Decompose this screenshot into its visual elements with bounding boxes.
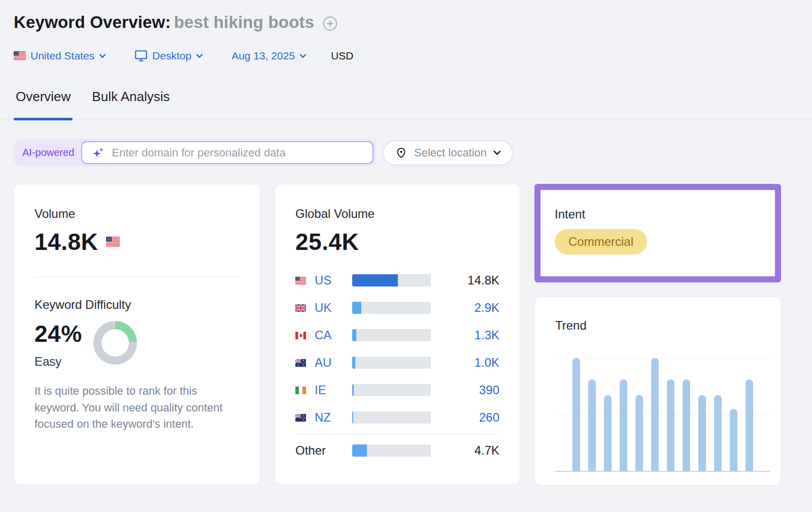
global-volume-row: NZ260 — [295, 404, 499, 431]
volume-value: 14.8K — [35, 228, 98, 255]
volume-bar-track — [352, 274, 431, 286]
uk-flag-icon — [295, 304, 306, 312]
tab-bulk-analysis[interactable]: Bulk Analysis — [90, 88, 172, 105]
select-location-label: Select location — [414, 146, 487, 159]
chevron-down-icon — [493, 150, 501, 155]
keyword-difficulty-title: Keyword Difficulty — [35, 298, 240, 312]
trend-chart — [555, 358, 770, 472]
volume-title: Volume — [35, 207, 240, 221]
add-keyword-button[interactable] — [322, 16, 338, 31]
country-code-link[interactable]: UK — [315, 301, 331, 315]
intent-title: Intent — [555, 207, 761, 221]
country-code-link[interactable]: NZ — [315, 410, 331, 425]
device-filter[interactable]: Desktop — [134, 50, 203, 62]
global-volume-row: UK2.9K — [295, 294, 499, 322]
global-volume-title: Global Volume — [295, 207, 499, 221]
domain-input[interactable] — [112, 146, 365, 159]
toolbar: AI-powered Select location — [14, 139, 797, 166]
trend-title: Trend — [555, 318, 770, 333]
page-title-label: Keyword Overview: — [14, 13, 171, 31]
us-flag-icon — [295, 277, 306, 284]
trend-bar — [714, 395, 722, 471]
country-filter-label: United States — [30, 50, 94, 62]
trend-bar — [746, 379, 753, 471]
volume-bar-fill — [352, 302, 361, 314]
keyword-overview-page: Keyword Overview:best hiking boots Unite… — [0, 0, 812, 512]
desktop-icon — [134, 50, 148, 62]
trend-bar — [635, 395, 643, 471]
difficulty-percent: 24% — [35, 320, 82, 347]
us-flag-icon — [106, 237, 120, 246]
chevron-down-icon — [299, 54, 307, 58]
sparkle-icon — [91, 146, 106, 160]
domain-input-box[interactable] — [81, 141, 374, 164]
nz-flag-icon — [295, 414, 306, 422]
country-volume-value[interactable]: 1.0K — [431, 356, 499, 370]
ai-domain-input-group: AI-powered — [14, 139, 376, 166]
volume-bar-fill — [352, 384, 354, 396]
volume-bar-track — [352, 329, 431, 341]
global-volume-row: CA1.3K — [295, 322, 499, 349]
country-code-link[interactable]: AU — [315, 356, 331, 370]
trend-card: Trend — [534, 297, 781, 486]
date-filter-label: Aug 13, 2025 — [231, 50, 295, 62]
volume-bar-fill — [352, 411, 353, 424]
country-volume-value[interactable]: 2.9K — [431, 301, 499, 315]
volume-bar-track — [352, 444, 431, 457]
country-volume-value[interactable]: 260 — [431, 410, 499, 425]
page-title-keyword: best hiking boots — [174, 13, 315, 31]
volume-bar-track — [352, 384, 431, 396]
volume-bar-fill — [352, 274, 398, 286]
country-code-link[interactable]: CA — [315, 328, 331, 342]
volume-bar-track — [352, 411, 431, 424]
trend-bars — [555, 358, 770, 471]
chevron-down-icon — [196, 54, 203, 58]
currency-label: USD — [331, 50, 353, 62]
intent-highlight-box: Intent Commercial — [534, 184, 781, 282]
global-volume-rows: US14.8KUK2.9KCA1.3KAU1.0KIE390NZ260Other… — [295, 267, 499, 464]
trend-bar — [667, 379, 674, 471]
volume-bar-fill — [352, 444, 367, 457]
volume-bar-track — [352, 357, 431, 369]
country-volume-value[interactable]: 1.3K — [431, 328, 499, 342]
divider — [35, 277, 240, 277]
donut-hole — [101, 329, 129, 357]
metrics-grid: Volume 14.8K Keyword Difficulty 24% Easy… — [14, 184, 797, 486]
global-volume-row: IE390 — [295, 376, 499, 404]
difficulty-description: It is quite possible to rank for this ke… — [35, 383, 240, 433]
location-pin-icon — [395, 146, 408, 159]
trend-bar — [651, 358, 659, 471]
trend-bar — [698, 395, 706, 471]
global-volume-card: Global Volume 25.4K US14.8KUK2.9KCA1.3KA… — [275, 184, 520, 485]
volume-bar-track — [352, 302, 431, 314]
intent-badge: Commercial — [555, 229, 647, 254]
volume-difficulty-card: Volume 14.8K Keyword Difficulty 24% Easy… — [14, 184, 260, 485]
trend-bar — [620, 379, 627, 471]
country-filter[interactable]: United States — [14, 50, 106, 62]
country-code-link[interactable]: IE — [315, 383, 326, 397]
ai-powered-badge: AI-powered — [22, 147, 74, 158]
difficulty-level: Easy — [35, 355, 82, 369]
global-volume-value: 25.4K — [295, 228, 499, 255]
select-location-button[interactable]: Select location — [383, 140, 513, 166]
other-label: Other — [295, 443, 326, 458]
date-filter[interactable]: Aug 13, 2025 — [231, 50, 307, 62]
page-header: Keyword Overview:best hiking boots — [14, 11, 797, 34]
country-volume-value: 14.8K — [431, 273, 499, 287]
right-column: Intent Commercial Trend — [534, 184, 781, 486]
ca-flag-icon — [295, 332, 306, 339]
trend-bar — [588, 379, 596, 471]
trend-bar — [730, 409, 737, 471]
device-filter-label: Desktop — [152, 50, 191, 62]
difficulty-donut-chart — [93, 321, 137, 365]
tab-bar: Overview Bulk Analysis — [0, 88, 812, 120]
plus-circle-icon — [322, 16, 338, 31]
country-volume-value[interactable]: 390 — [431, 383, 499, 397]
filter-bar: United States Desktop Aug 13, 2025 USD — [14, 49, 797, 63]
au-flag-icon — [295, 359, 306, 367]
global-volume-row: AU1.0K — [295, 349, 499, 376]
country-code-link[interactable]: US — [315, 273, 331, 287]
trend-bar — [604, 395, 612, 471]
global-volume-other-row: Other4.7K — [295, 437, 499, 464]
tab-overview[interactable]: Overview — [14, 88, 73, 105]
